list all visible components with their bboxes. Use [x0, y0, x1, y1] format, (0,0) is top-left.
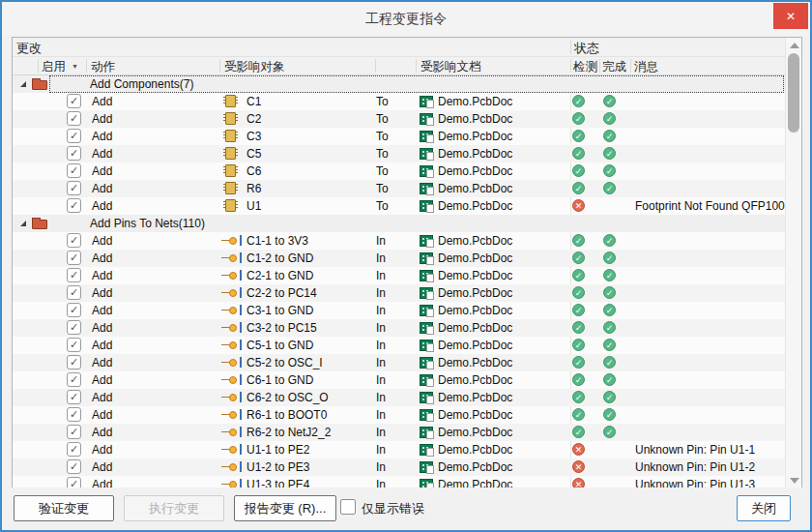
row-enable-checkbox[interactable]: ✓ [67, 94, 81, 108]
change-row[interactable]: ✓AddC6-2 to OSC_OInDemo.PcbDoc✓✓ [13, 389, 801, 406]
execute-changes-button[interactable]: 执行变更 [124, 495, 224, 521]
only-show-errors-checkbox[interactable] [340, 499, 356, 515]
direction-cell: In [376, 286, 386, 300]
row-enable-checkbox[interactable]: ✓ [67, 146, 81, 161]
document-cell: Demo.PcbDoc [438, 130, 512, 143]
direction-cell: To [376, 112, 389, 126]
column-divider [570, 40, 571, 54]
scroll-up-icon[interactable] [790, 43, 799, 48]
row-enable-checkbox[interactable]: ✓ [67, 477, 81, 488]
change-row[interactable]: ✓AddR6ToDemo.PcbDoc✓✓ [13, 180, 801, 197]
change-row[interactable]: ✓AddC1-2 to GNDInDemo.PcbDoc✓✓ [13, 250, 801, 267]
column-divider [38, 59, 39, 73]
group-row[interactable]: Add Components(7) [13, 75, 801, 93]
check-status-error-icon: ✕ [572, 478, 585, 488]
row-enable-checkbox[interactable]: ✓ [67, 338, 81, 352]
pin-icon [221, 322, 242, 333]
document-cell: Demo.PcbDoc [438, 286, 512, 300]
row-enable-checkbox[interactable]: ✓ [67, 355, 81, 369]
change-row[interactable]: ✓AddC3ToDemo.PcbDoc✓✓ [13, 128, 801, 145]
done-status-ok-icon: ✓ [603, 373, 616, 386]
row-enable-checkbox[interactable]: ✓ [67, 181, 81, 195]
change-row[interactable]: ✓AddU1-2 to PE3InDemo.PcbDoc✕Unknown Pin… [13, 458, 801, 476]
row-enable-checkbox[interactable]: ✓ [67, 442, 81, 457]
pcbdoc-icon [420, 200, 433, 212]
change-row[interactable]: ✓AddC6ToDemo.PcbDoc✓✓ [13, 163, 801, 180]
column-header-document[interactable]: 受影响文档 [420, 59, 481, 75]
change-row[interactable]: ✓AddC3-2 to PC15InDemo.PcbDoc✓✓ [13, 319, 801, 337]
row-enable-checkbox[interactable]: ✓ [67, 407, 81, 422]
chevron-down-icon[interactable]: ▼ [72, 63, 78, 70]
row-enable-checkbox[interactable]: ✓ [67, 129, 81, 143]
tree-expander-icon[interactable] [20, 81, 26, 87]
row-enable-checkbox[interactable]: ✓ [67, 163, 81, 178]
change-row[interactable]: ✓AddC2-2 to PC14InDemo.PcbDoc✓✓ [13, 284, 801, 302]
column-header-action[interactable]: 动作 [91, 59, 115, 75]
change-row[interactable]: ✓AddC3-1 to GNDInDemo.PcbDoc✓✓ [13, 302, 801, 319]
column-header-done[interactable]: 完成 [602, 59, 626, 75]
change-row[interactable]: ✓AddC5ToDemo.PcbDoc✓✓ [13, 145, 801, 163]
pcbdoc-icon [420, 357, 433, 369]
close-dialog-button[interactable]: 关闭 [737, 495, 791, 521]
scrollbar-thumb[interactable] [788, 53, 799, 133]
change-row[interactable]: ✓AddC6-1 to GNDInDemo.PcbDoc✓✓ [13, 371, 801, 389]
row-enable-checkbox[interactable]: ✓ [67, 268, 81, 282]
done-status-ok-icon: ✓ [603, 234, 616, 247]
row-enable-checkbox[interactable]: ✓ [67, 111, 81, 126]
action-cell: Add [92, 286, 112, 300]
column-header-object[interactable]: 受影响对象 [224, 59, 285, 75]
row-enable-checkbox[interactable]: ✓ [67, 233, 81, 248]
change-row[interactable]: ✓AddC5-2 to OSC_IInDemo.PcbDoc✓✓ [13, 354, 801, 371]
column-header-enable[interactable]: 启用▼ [42, 59, 78, 75]
report-changes-button[interactable]: 报告变更 (R)... [234, 495, 336, 521]
component-icon [225, 112, 236, 125]
direction-cell: In [376, 478, 386, 488]
change-row[interactable]: ✓AddU1ToDemo.PcbDoc✕Footprint Not Found … [13, 197, 801, 215]
change-row[interactable]: ✓AddC1ToDemo.PcbDoc✓✓ [13, 93, 801, 110]
tree-expander-icon[interactable] [20, 221, 26, 226]
document-cell: Demo.PcbDoc [438, 269, 512, 282]
change-row[interactable]: ✓AddC1-1 to 3V3InDemo.PcbDoc✓✓ [13, 232, 801, 250]
close-button[interactable]: ✕ [773, 3, 808, 29]
change-row[interactable]: ✓AddC2ToDemo.PcbDoc✓✓ [13, 110, 801, 128]
column-divider [86, 59, 87, 73]
direction-cell: To [376, 95, 389, 108]
row-enable-checkbox[interactable]: ✓ [67, 390, 81, 404]
change-row[interactable]: ✓AddC5-1 to GNDInDemo.PcbDoc✓✓ [13, 337, 801, 354]
scroll-down-icon[interactable] [790, 478, 799, 484]
section-header-status: 状态 [574, 40, 599, 57]
vertical-scrollbar[interactable] [785, 38, 801, 488]
column-divider [630, 59, 631, 73]
row-enable-checkbox[interactable]: ✓ [67, 425, 81, 439]
column-header-message[interactable]: 消息 [634, 59, 658, 75]
change-row[interactable]: ✓AddU1-3 to PE4InDemo.PcbDoc✕Unknown Pin… [13, 476, 801, 488]
pin-icon [221, 252, 242, 263]
action-cell: Add [92, 95, 112, 108]
done-status-ok-icon: ✓ [603, 391, 616, 403]
validate-changes-button[interactable]: 验证变更 [14, 495, 114, 521]
row-enable-checkbox[interactable]: ✓ [67, 320, 81, 335]
check-status-ok-icon: ✓ [572, 391, 585, 403]
change-row[interactable]: ✓AddU1-1 to PE2InDemo.PcbDoc✕Unknown Pin… [13, 441, 801, 458]
pcbdoc-icon [420, 392, 433, 403]
row-enable-checkbox[interactable]: ✓ [67, 372, 81, 387]
change-row[interactable]: ✓AddC2-1 to GNDInDemo.PcbDoc✓✓ [13, 267, 801, 284]
group-row[interactable]: Add Pins To Nets(110) [13, 215, 801, 232]
change-row[interactable]: ✓AddR6-2 to NetJ2_2InDemo.PcbDoc✓✓ [13, 424, 801, 441]
row-enable-checkbox[interactable]: ✓ [67, 251, 81, 265]
change-row[interactable]: ✓AddR6-1 to BOOT0InDemo.PcbDoc✓✓ [13, 406, 801, 424]
column-header-check[interactable]: 检测 [573, 59, 597, 75]
action-cell: Add [92, 356, 112, 369]
direction-cell: In [376, 251, 386, 265]
object-cell: C6-1 to GND [246, 373, 313, 387]
row-enable-checkbox[interactable]: ✓ [67, 459, 81, 474]
object-cell: C5 [246, 147, 261, 161]
row-enable-checkbox[interactable]: ✓ [67, 198, 81, 213]
action-cell: Add [92, 460, 112, 474]
row-enable-checkbox[interactable]: ✓ [67, 285, 81, 300]
row-enable-checkbox[interactable]: ✓ [67, 303, 81, 317]
direction-cell: In [376, 234, 386, 248]
direction-cell: In [376, 460, 386, 474]
document-cell: Demo.PcbDoc [438, 304, 512, 317]
action-cell: Add [92, 443, 112, 457]
